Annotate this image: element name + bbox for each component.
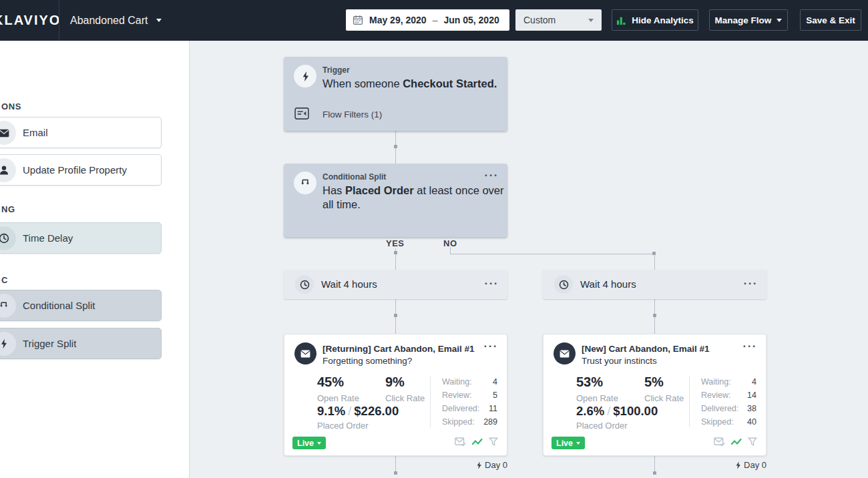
status-badge-live[interactable]: Live	[292, 437, 326, 449]
wait-label: Wait 4 hours	[580, 270, 636, 299]
flow-filters-link[interactable]: Flow Filters (1)	[322, 109, 382, 120]
day-marker: Day 0	[284, 460, 507, 470]
email-title: [Returning] Cart Abandon, Email #1	[322, 344, 475, 354]
open-rate-label: Open Rate	[317, 393, 359, 403]
lightning-bolt-icon	[476, 461, 482, 469]
email-card-returning[interactable]: [Returning] Cart Abandon, Email #1 Forge…	[284, 334, 507, 456]
manage-flow-label: Manage Flow	[715, 15, 772, 25]
sidebar-item-email[interactable]: Email	[0, 117, 162, 148]
sidebar-item-label: Email	[23, 117, 48, 148]
sidebar-item-label: Conditional Split	[23, 290, 95, 320]
more-options-icon[interactable]: ···	[485, 277, 499, 290]
day-marker-label: Day 0	[744, 460, 767, 470]
queue-label: Waiting:	[442, 377, 472, 387]
trigger-text-prefix: When someone	[322, 77, 403, 89]
calendar-icon	[353, 15, 363, 25]
wait-card-yes-branch[interactable]: Wait 4 hours ···	[284, 270, 507, 299]
queue-value: 38	[747, 404, 756, 413]
placed-order-label: Placed Order	[317, 421, 369, 431]
more-options-icon[interactable]: ···	[484, 340, 498, 353]
flow-name-menu[interactable]: Abandoned Cart	[70, 0, 148, 41]
sidebar-item-label: Time Delay	[23, 223, 73, 253]
chevron-down-icon	[588, 19, 594, 22]
day-marker: Day 0	[543, 460, 767, 470]
placed-order-stats: 9.1%/$226.00	[317, 404, 399, 419]
queue-value: 40	[747, 417, 756, 427]
more-options-icon[interactable]: ···	[743, 340, 757, 353]
bar-chart-icon	[616, 15, 626, 25]
queue-label: Review:	[701, 391, 730, 400]
date-preset-value: Custom	[523, 15, 556, 25]
email-icon	[294, 342, 316, 365]
queue-label: Review:	[442, 391, 471, 400]
save-exit-label: Save & Exit	[806, 15, 855, 25]
hide-analytics-label: Hide Analytics	[632, 15, 694, 25]
filter-funnel-icon[interactable]	[748, 437, 757, 447]
stats-divider	[689, 376, 690, 427]
date-preset-select[interactable]: Custom	[515, 9, 602, 31]
status-badge-live[interactable]: Live	[552, 437, 585, 449]
connector-line	[654, 254, 655, 270]
more-options-icon[interactable]: ···	[744, 277, 758, 290]
queue-label: Skipped:	[442, 417, 475, 427]
sidebar-item-trigger-split[interactable]: Trigger Split	[0, 328, 162, 359]
sidebar-item-time-delay[interactable]: Time Delay	[0, 222, 162, 254]
queue-value: 5	[493, 391, 497, 400]
sidebar-item-update-profile-property[interactable]: Update Profile Property	[0, 154, 162, 186]
date-range-picker[interactable]: May 29, 2020 – Jun 05, 2020	[346, 9, 509, 31]
date-start: May 29, 2020	[369, 15, 427, 25]
analytics-trend-icon[interactable]	[472, 438, 483, 446]
connector-dot	[394, 314, 397, 317]
email-preview-icon[interactable]	[714, 437, 725, 447]
connector-dot	[394, 145, 397, 148]
click-rate-label: Click Rate	[385, 393, 425, 403]
day-marker-label: Day 0	[485, 460, 507, 470]
placed-order-revenue: $226.00	[354, 404, 399, 418]
chevron-down-icon[interactable]	[156, 19, 162, 22]
trigger-card[interactable]: Trigger When someone Checkout Started. F…	[284, 57, 507, 131]
email-card-new[interactable]: [New] Cart Abandon, Email #1 Trust your …	[543, 334, 767, 456]
klaviyo-logo: KLAVIYO	[0, 0, 61, 41]
clock-icon	[554, 275, 573, 294]
analytics-trend-icon[interactable]	[731, 438, 742, 446]
chevron-down-icon	[777, 19, 782, 22]
email-preview-icon[interactable]	[455, 437, 466, 447]
sidebar-item-label: Update Profile Property	[23, 155, 127, 185]
stat-separator: /	[345, 404, 354, 418]
date-end: Jun 05, 2020	[443, 15, 499, 25]
lightning-bolt-icon	[735, 461, 741, 469]
connector-dot	[394, 471, 397, 475]
filter-funnel-icon[interactable]	[489, 437, 498, 447]
clock-icon	[0, 226, 16, 250]
placed-order-label: Placed Order	[576, 421, 628, 431]
save-exit-button[interactable]: Save & Exit	[800, 9, 861, 31]
manage-flow-button[interactable]: Manage Flow	[709, 9, 788, 31]
conditional-description: Has Placed Order at least once over all …	[322, 184, 509, 212]
placed-order-rate: 2.6%	[576, 404, 604, 418]
connector-line	[450, 254, 656, 254]
flow-builder-page: KLAVIYO Abandoned Cart May 29, 2020 – Ju…	[0, 0, 868, 478]
queue-value: 4	[752, 377, 756, 387]
open-rate-label: Open Rate	[576, 393, 618, 403]
more-options-icon[interactable]: ···	[485, 169, 499, 182]
email-icon	[0, 121, 16, 145]
email-title: [New] Cart Abandon, Email #1	[582, 344, 710, 354]
topbar-divider	[59, 0, 59, 41]
status-label: Live	[297, 439, 314, 448]
sidebar-section-header-actions: ONS	[1, 101, 21, 111]
lightning-bolt-icon	[294, 65, 316, 87]
sidebar-item-conditional-split[interactable]: Conditional Split	[0, 290, 162, 321]
trigger-split-icon	[0, 332, 16, 356]
email-quick-actions	[455, 437, 498, 447]
connector-dot	[653, 314, 656, 317]
flow-filter-icon	[294, 107, 309, 122]
hide-analytics-button[interactable]: Hide Analytics	[612, 9, 698, 31]
wait-card-no-branch[interactable]: Wait 4 hours ···	[543, 270, 767, 299]
conditional-split-icon	[294, 172, 316, 194]
conditional-split-card[interactable]: Conditional Split Has Placed Order at le…	[284, 164, 507, 237]
chevron-down-icon	[317, 442, 321, 445]
branch-label-yes: YES	[386, 238, 405, 248]
queue-label: Skipped:	[701, 417, 734, 427]
queue-value: 289	[483, 417, 497, 427]
date-separator: –	[433, 15, 438, 25]
